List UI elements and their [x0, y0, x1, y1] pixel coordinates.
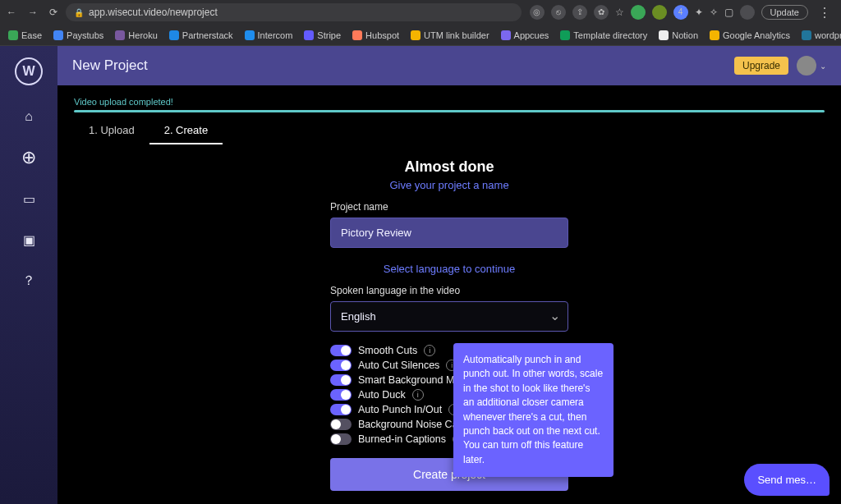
toggle-switch[interactable] — [330, 419, 352, 430]
step-tabs: 1. Upload 2. Create — [74, 117, 825, 145]
kebab-menu-icon[interactable]: ⋮ — [815, 5, 834, 21]
upgrade-button[interactable]: Upgrade — [734, 57, 788, 75]
url-bar[interactable]: app.wisecut.video/newproject — [66, 3, 522, 21]
window-icon[interactable]: ▢ — [724, 7, 733, 18]
puzzle-icon[interactable]: ✦ — [695, 7, 703, 18]
project-name-input[interactable] — [330, 218, 568, 248]
chat-widget[interactable]: Send mes… — [744, 464, 830, 496]
toggle-switch[interactable] — [330, 345, 352, 356]
tab-create[interactable]: 2. Create — [149, 117, 223, 144]
tab-upload[interactable]: 1. Upload — [74, 117, 149, 144]
content-area: Video upload completed! 1. Upload 2. Cre… — [57, 85, 841, 504]
home-icon[interactable]: ⌂ — [19, 107, 39, 126]
bookmark-item[interactable]: Partnerstack — [169, 30, 233, 40]
back-icon[interactable]: ← — [7, 7, 16, 18]
bookmark-item[interactable]: wordpress — [802, 30, 841, 40]
browser-ext-icon[interactable]: 4 — [673, 5, 688, 20]
toggle-switch[interactable] — [330, 360, 352, 371]
profile-avatar-icon[interactable] — [740, 5, 755, 20]
bookmark-item[interactable]: Ease — [8, 30, 42, 40]
library-icon[interactable]: ▣ — [19, 230, 39, 250]
toggle-label: Auto Duck — [358, 389, 406, 401]
browser-right-icons: ◎ ⎋ ⇪ ✿ ☆ 4 ✦ ✧ ▢ Update ⋮ — [530, 5, 834, 21]
bookmark-item[interactable]: Intercom — [245, 30, 293, 40]
add-icon[interactable]: ⊕ — [19, 148, 39, 167]
toggle-switch[interactable] — [330, 404, 352, 415]
app-logo[interactable]: W — [15, 57, 43, 85]
lock-icon — [74, 7, 84, 18]
bookmark-item[interactable]: Notion — [659, 30, 698, 40]
spoken-language-select[interactable]: English — [330, 301, 568, 332]
main-panel: New Project Upgrade ⌄ Video upload compl… — [57, 46, 841, 504]
forward-icon[interactable]: → — [28, 7, 38, 18]
bookmark-item[interactable]: Heroku — [115, 30, 157, 40]
bookmark-item[interactable]: UTM link builder — [411, 30, 489, 40]
browser-ext-icon[interactable]: ✿ — [594, 5, 609, 20]
toggle-label: Auto Punch In/Out — [358, 404, 442, 415]
chevron-down-icon[interactable]: ⌄ — [820, 62, 826, 71]
bookmark-item[interactable]: Google Analytics — [710, 30, 790, 40]
toggle-list: Smooth Cuts i Auto Cut Silences i Smart … — [330, 343, 568, 447]
browser-ext-icon[interactable] — [652, 5, 667, 20]
bookmarks-bar: Ease Paystubs Heroku Partnerstack Interc… — [0, 25, 841, 46]
info-icon[interactable]: i — [412, 389, 424, 401]
form-subheading: Give your project a name — [186, 179, 712, 191]
pin-icon[interactable]: ✧ — [710, 7, 718, 18]
url-text: app.wisecut.video/newproject — [89, 7, 218, 18]
form-heading: Almost done — [186, 158, 712, 176]
progress-bar — [74, 110, 825, 112]
sidebar: W ⌂ ⊕ ▭ ▣ ？ — [0, 46, 57, 504]
app-header: New Project Upgrade ⌄ — [57, 46, 841, 85]
toggle-switch[interactable] — [330, 389, 352, 401]
user-avatar[interactable] — [797, 56, 816, 76]
browser-chrome: ← → ⟳ app.wisecut.video/newproject ◎ ⎋ ⇪… — [0, 0, 841, 25]
browser-ext-icon[interactable]: ⎋ — [551, 5, 566, 20]
browser-ext-icon[interactable]: ◎ — [530, 5, 545, 20]
bookmark-item[interactable]: Paystubs — [53, 30, 103, 40]
help-icon[interactable]: ？ — [19, 271, 39, 291]
select-language-message: Select language to continue — [186, 263, 712, 275]
page-title: New Project — [72, 57, 734, 74]
tooltip-auto-punch: Automatically punch in and punch out. In… — [453, 343, 614, 477]
create-form: Almost done Give your project a name Pro… — [186, 158, 712, 491]
browser-ext-icon[interactable]: ⇪ — [572, 5, 587, 20]
toggle-label: Burned-in Captions — [358, 433, 446, 445]
browser-nav-controls: ← → ⟳ — [7, 7, 57, 18]
app-root: W ⌂ ⊕ ▭ ▣ ？ New Project Upgrade ⌄ Video … — [0, 46, 841, 504]
toggle-switch[interactable] — [330, 433, 352, 445]
bookmark-item[interactable]: Appcues — [501, 30, 549, 40]
upload-status: Video upload completed! — [74, 97, 825, 107]
browser-update-button[interactable]: Update — [761, 5, 808, 20]
toggle-label: Auto Cut Silences — [358, 360, 439, 371]
bookmark-item[interactable]: Hubspot — [352, 30, 399, 40]
star-icon[interactable]: ☆ — [615, 7, 624, 18]
toggle-label: Smooth Cuts — [358, 345, 417, 356]
folder-icon[interactable]: ▭ — [19, 189, 39, 208]
browser-ext-icon[interactable] — [631, 5, 646, 20]
info-icon[interactable]: i — [424, 345, 435, 356]
toggle-switch[interactable] — [330, 374, 352, 386]
reload-icon[interactable]: ⟳ — [49, 7, 57, 18]
bookmark-item[interactable]: Template directory — [560, 30, 647, 40]
bookmark-item[interactable]: Stripe — [304, 30, 341, 40]
project-name-label: Project name — [330, 201, 568, 213]
spoken-language-label: Spoken language in the video — [330, 285, 568, 296]
